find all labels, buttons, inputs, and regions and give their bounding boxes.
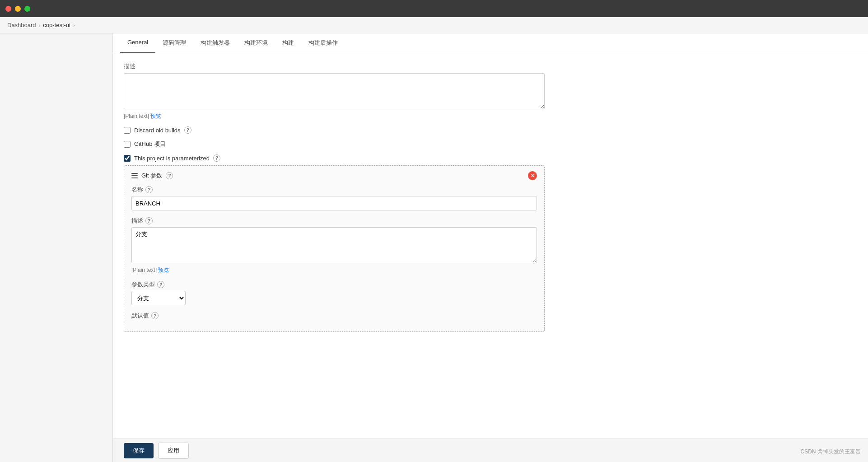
git-param-title-text: Git 参数 xyxy=(141,172,162,180)
default-value-label: 默认值 ? xyxy=(131,312,537,320)
tab-post-build[interactable]: 构建后操作 xyxy=(301,33,345,53)
param-type-field-group: 参数类型 ? 分支 标签 修订版本 Pull Request xyxy=(131,280,537,305)
git-desc-textarea[interactable] xyxy=(131,227,537,263)
titlebar xyxy=(0,0,868,17)
git-param-title: Git 参数 ? xyxy=(131,172,173,180)
discard-builds-label: Discard old builds xyxy=(134,127,181,134)
content-area: General 源码管理 构建触发器 构建环境 构建 构建后操作 描述 [Pla… xyxy=(113,33,868,462)
tab-build[interactable]: 构建 xyxy=(275,33,301,53)
discard-builds-help[interactable]: ? xyxy=(184,126,191,134)
git-param-header: Git 参数 ? ✕ xyxy=(131,171,537,180)
description-textarea[interactable] xyxy=(124,73,545,109)
watermark: CSDN @掉头发的王富贵 xyxy=(800,448,861,456)
param-type-help-icon[interactable]: ? xyxy=(157,281,164,288)
plain-text-hint: [Plain text] 预览 xyxy=(124,112,545,120)
parameterized-help[interactable]: ? xyxy=(213,154,220,162)
param-type-select[interactable]: 分支 标签 修订版本 Pull Request xyxy=(131,291,186,305)
default-value-help-icon[interactable]: ? xyxy=(151,312,159,319)
github-project-row: GitHub 项目 xyxy=(124,140,545,148)
git-preview-link[interactable]: 预览 xyxy=(158,267,169,273)
breadcrumb-cop-test-ui: cop-test-ui xyxy=(43,22,70,28)
tab-trigger[interactable]: 构建触发器 xyxy=(193,33,237,53)
traffic-light-yellow[interactable] xyxy=(15,6,21,12)
parameterized-label: This project is parameterized xyxy=(134,155,210,162)
github-project-label: GitHub 项目 xyxy=(134,140,166,148)
git-param-close-button[interactable]: ✕ xyxy=(528,171,537,180)
tabs: General 源码管理 构建触发器 构建环境 构建 构建后操作 xyxy=(113,33,868,53)
main-layout: General 源码管理 构建触发器 构建环境 构建 构建后操作 描述 [Pla… xyxy=(0,33,868,462)
drag-handle-icon[interactable] xyxy=(131,173,138,178)
discard-builds-checkbox[interactable] xyxy=(124,127,131,134)
breadcrumb-sep-1: › xyxy=(39,23,41,28)
sidebar xyxy=(0,33,113,462)
param-dashed-box: Git 参数 ? ✕ 名称 ? xyxy=(124,165,545,332)
name-field-group: 名称 ? xyxy=(131,186,537,210)
preview-link[interactable]: 预览 xyxy=(150,113,161,119)
git-plain-text-hint: [Plain text] 预览 xyxy=(131,266,537,274)
name-input[interactable] xyxy=(131,196,537,210)
name-label: 名称 ? xyxy=(131,186,537,194)
git-desc-label: 描述 ? xyxy=(131,217,537,225)
parameterized-row: This project is parameterized ? xyxy=(124,154,545,162)
name-help-icon[interactable]: ? xyxy=(145,186,153,193)
apply-button[interactable]: 应用 xyxy=(158,443,189,459)
breadcrumb-sep-2: › xyxy=(73,23,75,28)
tab-source[interactable]: 源码管理 xyxy=(155,33,193,53)
tab-env[interactable]: 构建环境 xyxy=(237,33,275,53)
default-value-field-group: 默认值 ? xyxy=(131,312,537,320)
git-param-card: Git 参数 ? ✕ 名称 ? xyxy=(124,166,544,331)
git-desc-field-group: 描述 ? [Plain text] 预览 xyxy=(131,217,537,274)
tab-general[interactable]: General xyxy=(120,33,155,53)
description-label: 描述 xyxy=(124,62,545,70)
bottom-bar: 保存 应用 xyxy=(113,439,868,462)
breadcrumb-dashboard[interactable]: Dashboard xyxy=(7,22,36,28)
save-button[interactable]: 保存 xyxy=(124,443,154,458)
github-project-checkbox[interactable] xyxy=(124,141,131,148)
param-type-label: 参数类型 ? xyxy=(131,280,537,289)
description-group: 描述 [Plain text] 预览 xyxy=(124,62,545,120)
breadcrumb: Dashboard › cop-test-ui › xyxy=(0,17,868,33)
traffic-light-red[interactable] xyxy=(5,6,11,12)
discard-builds-row: Discard old builds ? xyxy=(124,126,545,134)
git-param-help[interactable]: ? xyxy=(166,172,173,179)
traffic-light-green[interactable] xyxy=(24,6,30,12)
git-desc-help-icon[interactable]: ? xyxy=(145,217,153,224)
parameterized-checkbox[interactable] xyxy=(124,155,131,162)
form-content: 描述 [Plain text] 预览 Discard old builds ? … xyxy=(113,53,555,341)
